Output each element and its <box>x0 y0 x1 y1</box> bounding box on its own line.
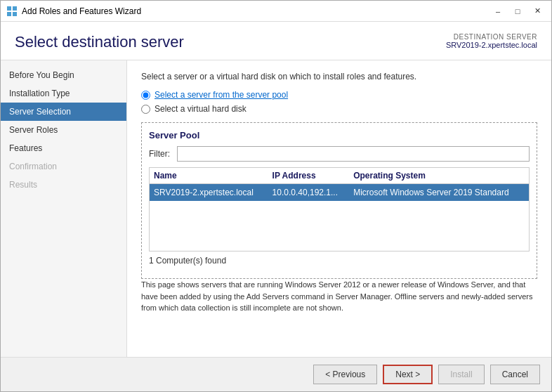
window-controls: – □ ✕ <box>489 5 546 18</box>
sidebar-item-server-selection[interactable]: Server Selection <box>1 103 126 121</box>
found-count: 1 Computer(s) found <box>149 256 530 266</box>
table-header-row: Name IP Address Operating System <box>150 168 529 184</box>
page-header: Select destination server DESTINATION SE… <box>1 22 551 60</box>
window-title: Add Roles and Features Wizard <box>22 6 489 16</box>
filter-row: Filter: <box>149 146 530 162</box>
destination-label: DESTINATION SERVER <box>446 33 537 41</box>
svg-rect-0 <box>7 6 11 11</box>
title-bar: Add Roles and Features Wizard – □ ✕ <box>1 1 551 22</box>
col-os: Operating System <box>349 168 529 184</box>
radio-option-vhd[interactable]: Select a virtual hard disk <box>141 104 537 114</box>
row-ip: 10.0.0.40,192.1... <box>268 184 350 202</box>
svg-rect-3 <box>13 12 17 16</box>
server-pool-title: Server Pool <box>149 130 530 141</box>
main-content: Select a server or a virtual hard disk o… <box>127 60 551 357</box>
destination-server-name: SRV2019-2.xpertstec.local <box>446 41 537 49</box>
row-name: SRV2019-2.xpertstec.local <box>150 184 268 202</box>
radio-option-server-pool[interactable]: Select a server from the server pool <box>141 90 537 100</box>
filter-input[interactable] <box>177 146 530 162</box>
server-table: Name IP Address Operating System SRV2019… <box>150 168 529 201</box>
cancel-button[interactable]: Cancel <box>490 365 540 384</box>
radio-vhd[interactable] <box>141 105 150 114</box>
destination-server-info: DESTINATION SERVER SRV2019-2.xpertstec.l… <box>446 33 537 49</box>
window: Add Roles and Features Wizard – □ ✕ Sele… <box>0 0 552 392</box>
maximize-button[interactable]: □ <box>509 5 526 18</box>
sidebar-item-results: Results <box>1 176 126 194</box>
radio-vhd-label: Select a virtual hard disk <box>155 104 247 114</box>
app-icon <box>6 6 18 17</box>
intro-text: Select a server or a virtual hard disk o… <box>141 72 537 81</box>
radio-group: Select a server from the server pool Sel… <box>141 90 537 114</box>
sidebar-item-installation-type[interactable]: Installation Type <box>1 84 126 103</box>
next-button[interactable]: Next > <box>383 365 433 384</box>
row-os: Microsoft Windows Server 2019 Standard <box>349 184 529 202</box>
footer: < Previous Next > Install Cancel <box>1 357 551 391</box>
svg-rect-1 <box>13 6 17 11</box>
server-pool-section: Server Pool Filter: Name IP Address Oper… <box>141 122 537 279</box>
col-ip: IP Address <box>268 168 350 184</box>
sidebar-item-server-roles[interactable]: Server Roles <box>1 121 126 139</box>
filter-label: Filter: <box>149 149 177 159</box>
sidebar-item-before-you-begin[interactable]: Before You Begin <box>1 66 126 84</box>
sidebar-item-features[interactable]: Features <box>1 139 126 157</box>
content-area: Select destination server DESTINATION SE… <box>1 22 551 357</box>
main-body: Before You Begin Installation Type Serve… <box>1 60 551 357</box>
close-button[interactable]: ✕ <box>529 5 546 18</box>
server-table-container: Name IP Address Operating System SRV2019… <box>149 167 530 251</box>
previous-button[interactable]: < Previous <box>313 365 377 384</box>
info-text: This page shows servers that are running… <box>141 279 537 314</box>
install-button: Install <box>438 365 484 384</box>
table-row[interactable]: SRV2019-2.xpertstec.local 10.0.0.40,192.… <box>150 184 529 202</box>
page-title: Select destination server <box>15 33 184 51</box>
col-name: Name <box>150 168 268 184</box>
sidebar: Before You Begin Installation Type Serve… <box>1 60 127 357</box>
minimize-button[interactable]: – <box>489 5 506 18</box>
svg-rect-2 <box>7 12 11 16</box>
radio-server-pool[interactable] <box>141 91 150 100</box>
sidebar-item-confirmation: Confirmation <box>1 157 126 176</box>
radio-server-pool-label: Select a server from the server pool <box>155 90 288 100</box>
